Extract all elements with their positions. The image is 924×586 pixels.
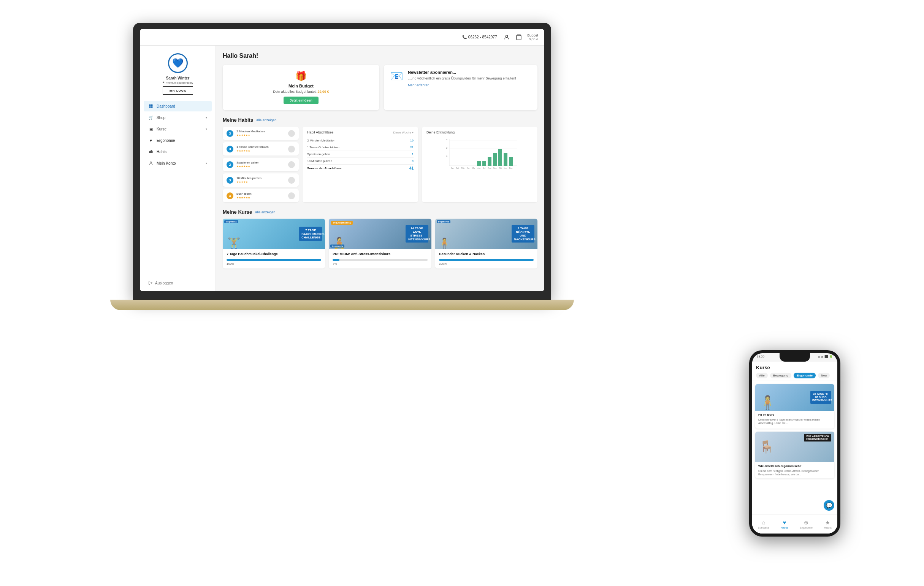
phone-tab-alle[interactable]: Alle <box>756 372 768 378</box>
habit-item-buch[interactable]: 4 Buch lesen ★★★★★★ <box>223 189 299 202</box>
user-icon[interactable] <box>503 33 510 41</box>
stats-value-1: 10 <box>410 139 414 142</box>
svg-rect-2 <box>149 104 151 106</box>
budget-label: Budget <box>527 33 538 37</box>
newsletter-link[interactable]: Mehr erfahren <box>408 83 516 87</box>
course-card-1[interactable]: 🏋️ iregmonia 7 TAGEBAUCHMUSKEL-CHALLENGE… <box>223 219 325 268</box>
phone-nav-home[interactable]: ⌂ Startseite <box>758 520 769 529</box>
phone-screen: 19:20 ▲▲ ⬛ 🔋 Kurse Alle Bewegung Ergonom… <box>752 353 837 533</box>
shop-label: Shop <box>157 116 165 120</box>
sidebar-logo-circle: 💙 <box>168 53 188 73</box>
svg-rect-29 <box>503 153 507 166</box>
premium-badge-2: PREMIUM KURS <box>331 221 353 225</box>
progress-text-3: 100% <box>439 262 534 265</box>
habits-container: 3 2 Minuten Meditation ★★★★★★ 3 <box>223 127 538 202</box>
phone-article-title: Wie arbeite ich ergonomisch? <box>758 464 831 468</box>
stats-row-2: 1 Tasse Grüntee trinken 21 <box>307 144 414 151</box>
svg-text:Jun: Jun <box>477 167 480 169</box>
phone-scroll: 🧍 10 TAGE FITIM BÜROINTENSIVKURS Fit im … <box>752 381 837 522</box>
figure-icon-3: 🧍 <box>438 237 450 249</box>
svg-text:Okt: Okt <box>499 167 502 169</box>
habits-show-all[interactable]: alle anzeigen <box>256 118 276 122</box>
habit-number-2: 3 <box>226 146 233 152</box>
phone-ui: Kurse Alle Bewegung Ergonomie Neu 🧍 <box>752 362 837 533</box>
svg-text:Jan: Jan <box>451 167 454 169</box>
sidebar-item-kurse[interactable]: ▣ Kurse ▾ <box>144 124 212 134</box>
phone-notch <box>780 353 810 362</box>
habit-stars-5: ★★★★★★ <box>236 196 285 199</box>
course-image-1: 🏋️ iregmonia 7 TAGEBAUCHMUSKEL-CHALLENGE <box>223 219 325 249</box>
course-card-2[interactable]: 🧘 PREMIUM KURS iregmonia 14 TAGEANTI-STR… <box>329 219 431 268</box>
habit-item-spazieren[interactable]: 2 Spazieren gehen ★★★★★★ <box>223 158 299 171</box>
stats-label-4: 10 Minuten putzen <box>307 159 332 163</box>
course-card-3[interactable]: 🧍 iregmonia 7 TAGERÜCKEN- UNDNACKENKURS … <box>435 219 538 268</box>
habits-section-header: Meine Habits alle anzeigen <box>223 117 538 123</box>
courses-section-title: Meine Kurse <box>223 209 252 215</box>
phone-tab-neu[interactable]: Neu <box>818 372 830 378</box>
svg-rect-7 <box>150 151 151 153</box>
course-image-2: 🧘 PREMIUM KURS iregmonia 14 TAGEANTI-STR… <box>329 219 431 249</box>
sidebar-premium: ★ Premium sponsored by <box>162 81 193 84</box>
kurse-label: Kurse <box>157 127 167 131</box>
stats-label-2: 1 Tasse Grüntee trinken <box>307 146 340 149</box>
courses-container: 🏋️ iregmonia 7 TAGEBAUCHMUSKEL-CHALLENGE… <box>223 219 538 268</box>
svg-text:4: 4 <box>446 138 448 141</box>
habit-name-3: Spazieren gehen <box>236 161 285 164</box>
phone-course-label: 10 TAGE FITIM BÜROINTENSIVKURS <box>810 391 831 404</box>
mehr-nav-icon: ★ <box>825 520 830 526</box>
newsletter-card: 📧 Newsletter abonnieren... ...und wöchen… <box>384 65 538 110</box>
dev-title: Deine Entwicklung <box>426 131 533 134</box>
habit-number-1: 3 <box>226 130 233 137</box>
progress-bar-3 <box>439 259 534 261</box>
phone-nav-habits[interactable]: ♥ Habits <box>781 520 788 529</box>
phone-signal-icons: ▲▲ ⬛ 🔋 <box>818 355 833 360</box>
stats-row-3: Spazieren gehen 1 <box>307 151 414 158</box>
phone-article-card[interactable]: 🪑 WIE ARBEITE ICHERGONOMISCH? Wie arbeit… <box>755 432 834 478</box>
konto-label: Mein Konto <box>157 161 176 166</box>
svg-text:0: 0 <box>446 155 448 157</box>
stats-value-2: 21 <box>410 146 414 149</box>
habit-circle-4 <box>288 177 295 184</box>
phone-tab-bewegung[interactable]: Bewegung <box>770 372 791 378</box>
habit-number-3: 2 <box>226 161 233 168</box>
habit-item-meditation[interactable]: 3 2 Minuten Meditation ★★★★★★ <box>223 127 299 140</box>
phone-nav-ergonomie[interactable]: ⊕ Ergonomie <box>800 520 813 529</box>
sidebar-item-ergonomie[interactable]: ♥ Ergonomie <box>144 135 212 146</box>
svg-point-0 <box>506 35 508 37</box>
budget-value: 0,00 € <box>527 37 538 41</box>
sidebar-logo-box: IHR LOGO <box>163 86 193 95</box>
konto-chevron: ▾ <box>206 162 207 165</box>
phone-course-card[interactable]: 🧍 10 TAGE FITIM BÜROINTENSIVKURS Fit im … <box>755 384 834 429</box>
habit-item-putzen[interactable]: 3 10 Minuten putzen ★★★★★ <box>223 174 299 187</box>
habit-name-1: 2 Minuten Meditation <box>236 130 285 133</box>
cart-icon[interactable] <box>515 33 523 41</box>
sidebar-item-konto[interactable]: Mein Konto ▾ <box>144 158 212 169</box>
main-content: Hallo Sarah! 🎁 Mein Budget Dein aktuelle… <box>216 46 544 291</box>
iregon-badge-2: iregmonia <box>330 245 344 248</box>
habit-item-tee[interactable]: 3 1 Tasse Grüntee trinken ★★★★★★ <box>223 142 299 156</box>
sidebar-item-shop[interactable]: 🛒 Shop ▾ <box>144 112 212 123</box>
header-icons: Budget 0,00 € <box>503 33 538 41</box>
courses-show-all[interactable]: alle anzeigen <box>255 210 275 214</box>
svg-point-10 <box>150 162 152 163</box>
budget-btn[interactable]: Jetzt einlösen <box>284 97 318 104</box>
phone-chat-button[interactable]: 💬 <box>823 500 834 511</box>
courses-section-header: Meine Kurse alle anzeigen <box>223 209 538 215</box>
phone-article-label: WIE ARBEITE ICHERGONOMISCH? <box>804 434 831 442</box>
ergonomie-nav-icon: ⊕ <box>804 520 808 526</box>
phone-nav-mehr[interactable]: ★ Habits <box>824 520 832 529</box>
sidebar-item-dashboard[interactable]: Dashboard <box>144 101 212 111</box>
progress-fill-2 <box>333 259 339 261</box>
phone-article-img: 🪑 WIE ARBEITE ICHERGONOMISCH? <box>755 432 834 462</box>
sidebar-logout[interactable]: Ausloggen <box>140 281 216 285</box>
dashboard-label: Dashboard <box>157 104 175 108</box>
envelope-icon: 📧 <box>390 70 403 83</box>
stats-chevron: ▾ <box>412 131 414 134</box>
svg-rect-8 <box>151 150 152 153</box>
phone-tab-ergonomie[interactable]: Ergonomie <box>794 372 816 378</box>
sidebar-item-habits[interactable]: Habits <box>144 146 212 157</box>
habit-name-2: 1 Tasse Grüntee trinken <box>236 145 285 149</box>
phone-tabs: Alle Bewegung Ergonomie Neu <box>756 372 833 378</box>
budget-text-prefix: Dein aktuelles Budget lautet: <box>273 90 317 94</box>
nav-home-label: Startseite <box>758 526 769 529</box>
